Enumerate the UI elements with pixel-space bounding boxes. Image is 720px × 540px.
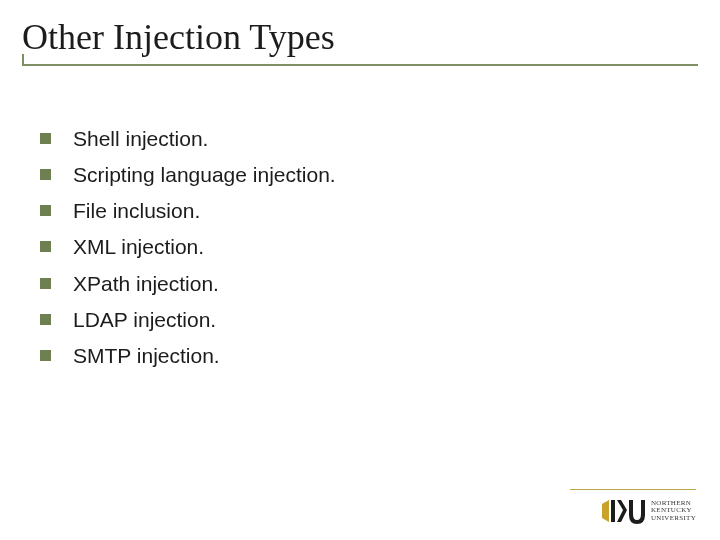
logo-text: NORTHERN KENTUCKY UNIVERSITY [651,500,696,522]
square-bullet-icon [40,205,51,216]
list-item: File inclusion. [40,198,698,224]
logo-text-line: UNIVERSITY [651,515,696,522]
square-bullet-icon [40,350,51,361]
list-item: XPath injection. [40,271,698,297]
list-item-text: SMTP injection. [73,343,220,369]
list-item: SMTP injection. [40,343,698,369]
list-item-text: Scripting language injection. [73,162,336,188]
list-item: XML injection. [40,234,698,260]
list-item: LDAP injection. [40,307,698,333]
list-item: Shell injection. [40,126,698,152]
square-bullet-icon [40,133,51,144]
square-bullet-icon [40,241,51,252]
title-underline-tick [22,54,24,66]
title-container: Other Injection Types [22,18,698,66]
page-title: Other Injection Types [22,18,698,58]
footer-divider [570,489,696,490]
square-bullet-icon [40,278,51,289]
footer-logo: NORTHERN KENTUCKY UNIVERSITY [601,498,696,524]
bullet-list: Shell injection. Scripting language inje… [22,126,698,370]
list-item-text: XML injection. [73,234,204,260]
list-item: Scripting language injection. [40,162,698,188]
list-item-text: File inclusion. [73,198,200,224]
slide: Other Injection Types Shell injection. S… [0,0,720,540]
square-bullet-icon [40,314,51,325]
list-item-text: LDAP injection. [73,307,216,333]
nku-logo-icon [601,498,645,524]
list-item-text: XPath injection. [73,271,219,297]
list-item-text: Shell injection. [73,126,208,152]
logo-mark: NORTHERN KENTUCKY UNIVERSITY [601,498,696,524]
square-bullet-icon [40,169,51,180]
